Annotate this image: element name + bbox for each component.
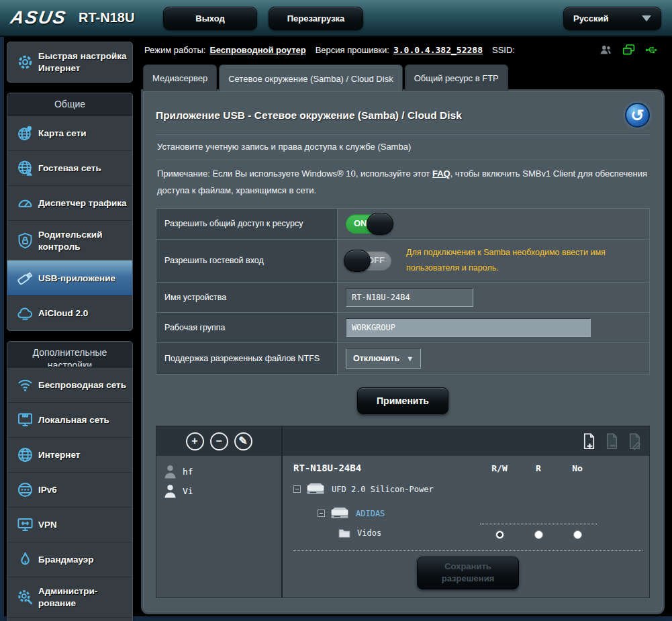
language-value: Русский [573,13,609,23]
collapse-toggle-icon[interactable] [318,510,325,517]
network-map-icon [11,124,38,142]
sidebar-item-usb-application[interactable]: USB-приложение [7,260,132,295]
table-row: Разрешить общий доступ к ресурсу ON [156,208,650,239]
sidebar-item-network-map[interactable]: Карта сети [7,115,132,150]
sidebar-item-vpn[interactable]: VPN [7,507,132,542]
cloud-icon [11,304,38,322]
permissions-toolbar: + − ✎ [156,426,649,456]
sidebar-section-advanced: Дополнительные настройки [7,342,132,367]
permission-radio-r[interactable] [534,530,543,539]
partition-drive-icon [330,506,350,520]
save-permissions-button[interactable]: Сохранить разрешения [417,557,519,589]
samba-settings-table: Разрешить общий доступ к ресурсу ON Разр… [156,208,650,375]
collapse-toggle-icon[interactable] [293,485,301,493]
sidebar-item-system-log[interactable]: Системный журнал [7,617,132,621]
tab-ftp-share[interactable]: Общий ресурс в FTP [405,64,508,91]
guest-login-warning: Для подключения к Samba необходимо ввест… [406,245,641,277]
device-name-input[interactable] [346,288,473,307]
network-status-icon[interactable] [622,43,636,57]
firmware-version-link[interactable]: 3.0.0.4.382_52288 [393,45,483,55]
page-subtitle: Установите учетную запись и права доступ… [156,135,650,160]
chevron-down-icon [642,15,651,21]
table-row: Поддержка разреженных файлов NTFS Отключ… [156,343,650,375]
edit-user-button[interactable]: ✎ [234,432,252,450]
tree-row-partition: ADIDAS [318,506,642,520]
smb-note: Примечание: Если Вы используете Windows®… [156,160,650,208]
operation-mode-link[interactable]: Беспроводной роутер [209,45,305,55]
usb-status-icon[interactable] [644,43,659,57]
folder-icon [338,528,351,538]
reboot-button[interactable]: Перезагрузка [269,7,363,30]
workgroup-input[interactable] [346,318,591,337]
save-permissions-row: Сохранить разрешения [293,550,642,589]
permission-radio-no[interactable] [573,530,582,539]
permission-radio-rw[interactable] [495,530,504,539]
sidebar-item-ipv6[interactable]: IPv6 [7,472,132,507]
sidebar-item-lan[interactable]: Локальная сеть [7,402,132,437]
guest-login-label: Разрешить гостевой вход [156,239,338,283]
tree-header-row: RT-N18U-24B4 R/W R No [293,463,642,473]
faq-link[interactable]: FAQ [432,169,450,179]
avatar [163,483,177,499]
tree-row-disk: UFD 2.0 Silicon-Power [293,482,642,496]
disk-label[interactable]: UFD 2.0 Silicon-Power [332,485,434,494]
avatar [163,464,177,479]
workgroup-label: Рабочая группа [156,313,338,343]
sidebar-item-wireless[interactable]: Беспроводная сеть [7,367,132,402]
share-enable-label: Разрешить общий доступ к ресурсу [156,208,338,239]
table-row: Имя устройства [156,283,650,313]
wifi-icon [11,376,38,394]
folder-label[interactable]: Vidos [357,528,381,538]
language-select[interactable]: Русский [563,7,661,30]
sidebar-item-firewall[interactable]: Брандмауэр [7,542,132,577]
sidebar-item-traffic-manager[interactable]: Диспетчер трафика [7,185,132,220]
add-user-button[interactable]: + [186,432,204,450]
remove-share-icon[interactable] [604,432,620,450]
add-share-icon[interactable] [581,432,597,450]
sidebar-item-quick-setup[interactable]: Быстрая настройка Интернет [7,42,132,82]
clients-icon[interactable] [599,43,613,57]
remove-user-button[interactable]: − [210,432,228,450]
firmware-label: Версия прошивки: [316,45,389,55]
partition-link[interactable]: ADIDAS [356,509,385,518]
guest-login-toggle[interactable]: OFF [346,251,391,271]
sidebar-item-guest-network[interactable]: Гостевая сеть [7,150,132,185]
admin-gear-icon [11,588,38,606]
apply-button[interactable]: Применить [357,387,448,414]
asus-logo: ASUS [9,7,68,28]
lan-port-icon [11,411,38,429]
share-tree: RT-N18U-24B4 R/W R No UFD 2.0 Silicon-Po… [283,456,649,597]
list-item-user[interactable]: hf [162,462,276,481]
sidebar-item-aicloud[interactable]: AiCloud 2.0 [7,295,132,330]
main-panel: Приложение USB - Сетевое окружение (Samb… [143,91,663,612]
back-button[interactable]: ↺ [625,103,650,128]
ntfs-sparse-select[interactable]: Отключить ▼ [346,348,421,369]
sidebar-item-parental-control[interactable]: Родительский контроль [7,220,132,260]
operation-mode-label: Режим работы: [144,45,205,55]
shield-lock-icon [11,232,38,250]
ssid-label: SSID: [492,45,515,55]
device-name-label: Имя устройства [156,283,338,313]
sidebar-item-wan[interactable]: Интернет [7,437,132,472]
table-row: Рабочая группа [156,313,650,343]
ntfs-sparse-label: Поддержка разреженных файлов NTFS [156,343,338,375]
host-name: RT-N18U-24B4 [293,463,361,473]
page-title: Приложение USB - Сетевое окружение (Samb… [156,109,462,122]
usb-drive-icon [11,269,38,287]
globe-icon [11,446,38,464]
share-enable-toggle[interactable]: ON [346,214,391,234]
tab-media-server[interactable]: Медиасервер [143,64,217,91]
column-header-no: No [558,463,597,473]
tree-row-folder: Vidos [338,526,642,539]
column-header-r: R [519,463,558,473]
disk-drive-icon [305,482,326,496]
toggle-knob [367,213,393,235]
toggle-knob [344,250,371,272]
permissions-section: + − ✎ hf [156,426,650,598]
list-item-user[interactable]: Vi [162,481,276,501]
tab-samba-cloud-disk[interactable]: Сетевое окружение (Samba) / Cloud Disk [219,64,402,91]
topbar: ASUS RT-N18U Выход Перезагрузка Русский [0,0,672,37]
sidebar-item-administration[interactable]: Администри-рование [7,577,132,617]
edit-share-icon[interactable] [627,432,642,450]
logout-button[interactable]: Выход [163,7,257,30]
